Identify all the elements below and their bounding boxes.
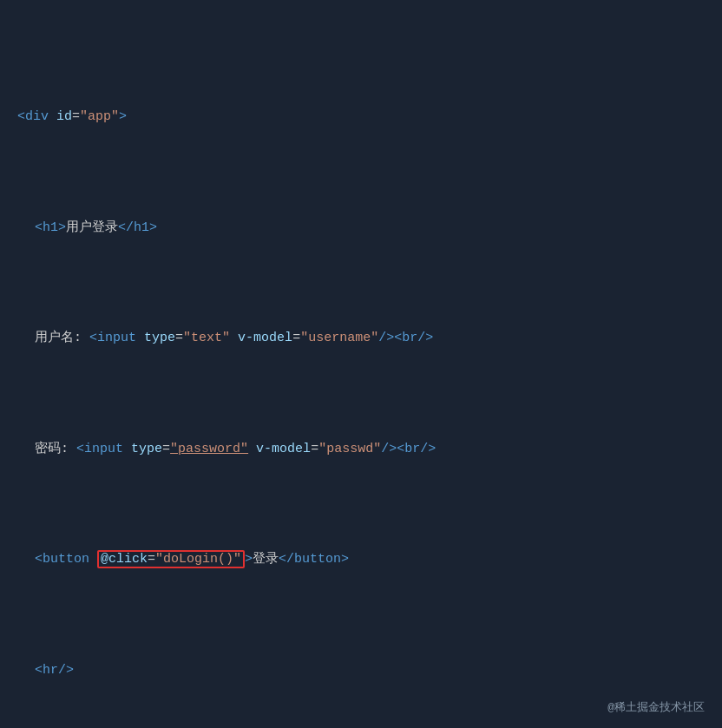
line-div-open: <div id="app"> bbox=[17, 106, 705, 128]
line-hr: <hr/> bbox=[17, 659, 705, 682]
line-password-input: 密码: <input type="password" v-model="pass… bbox=[17, 438, 705, 461]
line-button: <button @click="doLogin()">登录</button> bbox=[17, 548, 705, 571]
line-username-input: 用户名: <input type="text" v-model="usernam… bbox=[17, 327, 705, 350]
code-editor: <div id="app"> <h1>用户登录</h1> 用户名: <input… bbox=[0, 9, 722, 728]
watermark: @稀土掘金技术社区 bbox=[607, 698, 705, 718]
line-h1: <h1>用户登录</h1> bbox=[17, 217, 705, 239]
